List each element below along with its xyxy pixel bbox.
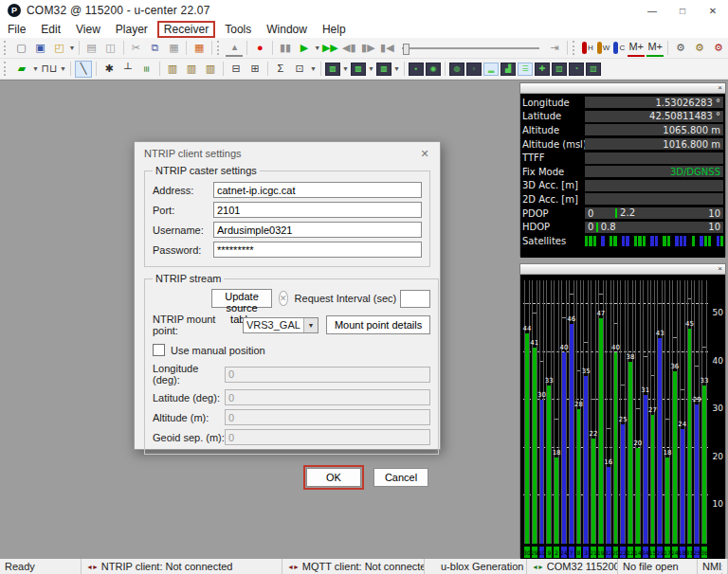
dropdown-caret-icon[interactable]: ▼ (367, 65, 375, 72)
deviation-map-icon[interactable]: ◉ (426, 63, 441, 76)
baudrate-icon[interactable]: ⊓⊔ (41, 61, 58, 78)
skip-start-icon[interactable]: ▮◀ (378, 40, 395, 57)
playback-slider[interactable] (402, 42, 538, 55)
print-icon[interactable]: ▤ (83, 40, 100, 57)
copy-icon[interactable]: ⧉ (146, 40, 163, 57)
google-earth-icon[interactable]: ◍ (449, 63, 464, 76)
bar-max-line (607, 428, 610, 429)
messages-view-icon[interactable]: ▨ (552, 63, 567, 76)
menu-item-receiver[interactable]: Receiver (157, 21, 215, 38)
menu-item-edit[interactable]: Edit (34, 22, 67, 37)
step-back-icon[interactable]: ◀▮ (340, 40, 357, 57)
hotstart-icon[interactable]: H (582, 42, 593, 54)
table-view-icon[interactable]: ☰ (518, 63, 533, 76)
flash-config-icon[interactable]: ▥ (183, 61, 200, 78)
satellite-block (659, 236, 662, 246)
coldstart-icon[interactable]: C (613, 42, 625, 54)
password-input[interactable] (213, 242, 422, 258)
altitude-label: Altitude (m): (153, 412, 225, 423)
debug-bug-icon[interactable]: ✱ (100, 61, 118, 78)
dropdown-caret-icon[interactable]: ▼ (341, 65, 350, 72)
dialog-close-icon[interactable]: ✕ (410, 148, 440, 160)
resize-grip-icon[interactable] (721, 565, 722, 574)
messages-window-icon[interactable]: ▦ (191, 40, 208, 57)
mount-point-details-button[interactable]: Mount point details (326, 315, 430, 334)
close-icon[interactable]: × (718, 265, 722, 273)
record-icon[interactable]: ● (251, 40, 268, 57)
menu-item-view[interactable]: View (69, 22, 107, 37)
step-forward-icon[interactable]: ▮▶ (359, 40, 376, 57)
docking-view-icon[interactable]: ✚ (535, 63, 550, 76)
satellite-id: 32 (606, 547, 611, 558)
antenna-icon[interactable]: ┴ (119, 61, 136, 78)
binary-console-icon[interactable]: ▧ (586, 63, 601, 76)
update-source-table-button[interactable]: Update source table (211, 289, 272, 308)
menu-item-window[interactable]: Window (260, 22, 314, 37)
play-icon[interactable]: ▶ (296, 40, 313, 57)
dropdown-caret-icon[interactable]: ▼ (314, 45, 320, 51)
dropdown-caret-icon[interactable]: ▼ (68, 45, 75, 51)
bar-max-line (688, 298, 692, 299)
pause-icon[interactable]: ▮▮ (277, 40, 294, 57)
firmware-update-icon[interactable]: ▥ (164, 61, 181, 78)
clock-view-icon[interactable]: ◔ (569, 63, 584, 76)
connect-receiver-icon[interactable]: ▰ (13, 61, 30, 78)
new-file-icon[interactable]: ▢ (12, 40, 29, 57)
configuration-red-icon[interactable]: ⚙ (710, 40, 727, 57)
close-button[interactable]: ✕ (698, 0, 728, 21)
maximize-button[interactable]: □ (667, 0, 698, 21)
packet-console-icon[interactable]: ⊡ (291, 61, 308, 78)
menu-item-tools[interactable]: Tools (218, 22, 258, 37)
configuration-file-icon[interactable]: ⚙ (691, 40, 708, 57)
receiver-configuration-icon[interactable]: ⚙ (672, 40, 689, 57)
paste-icon[interactable]: ▦ (165, 40, 182, 57)
longitude-input (225, 367, 430, 383)
use-manual-position-checkbox[interactable] (153, 344, 165, 356)
bar-chart-icon[interactable]: ▩ (376, 63, 391, 76)
status-text: MQTT client: Not connected (302, 561, 425, 572)
menu-item-player[interactable]: Player (109, 22, 155, 37)
open-folder-icon[interactable]: ◰ (50, 40, 67, 57)
address-input[interactable] (213, 182, 422, 198)
message-rate-minus-icon[interactable]: M+ (628, 40, 645, 57)
message-rate-plus-icon[interactable]: M+ (646, 40, 664, 57)
satellite-block (675, 236, 678, 246)
skip-end-icon[interactable]: ⇥ (546, 40, 563, 57)
port-input[interactable] (213, 202, 422, 218)
tune-sliders-icon[interactable]: ≡ (138, 61, 155, 78)
eject-icon[interactable]: ▴ (226, 40, 243, 57)
split-vertical-icon[interactable]: ⊞ (246, 61, 264, 78)
menu-item-help[interactable]: Help (316, 22, 353, 37)
ok-button[interactable]: OK (306, 468, 361, 487)
mount-point-select[interactable]: VRS3_GAL ▼ (243, 317, 318, 333)
map-chart-icon[interactable]: ▩ (325, 63, 340, 76)
dropdown-caret-icon[interactable]: ▼ (59, 65, 67, 72)
chart-view-icon[interactable]: ▂ (483, 63, 499, 76)
warmstart-icon[interactable]: W (597, 42, 610, 54)
dropdown-caret-icon[interactable]: ▼ (31, 65, 40, 72)
slider-knob[interactable] (403, 44, 410, 55)
chevron-down-icon[interactable]: ▼ (303, 318, 318, 332)
request-interval-input[interactable] (400, 290, 430, 308)
dropdown-caret-icon[interactable]: ▼ (309, 65, 318, 72)
line-chart-icon[interactable]: ▩ (351, 63, 366, 76)
histogram-view-icon[interactable]: ▟ (500, 63, 516, 76)
cut-icon[interactable]: ✂ (127, 40, 144, 57)
map-view-icon[interactable]: ▪ (409, 63, 424, 76)
menu-item-file[interactable]: File (1, 22, 32, 37)
minimize-button[interactable]: — (637, 0, 667, 21)
split-horizontal-icon[interactable]: ⊟ (228, 61, 245, 78)
statistics-sigma-icon[interactable]: Σ (272, 61, 289, 78)
print-preview-icon[interactable]: ◫ (102, 40, 119, 57)
cancel-request-icon[interactable]: ✕ (279, 291, 288, 306)
save-icon[interactable]: ▣ (31, 40, 48, 57)
fast-forward-icon[interactable]: ▶▶ (321, 40, 338, 57)
bar-value-label: 28 (574, 402, 584, 408)
autobaud-wand-icon[interactable]: ╲ (75, 61, 92, 78)
sky-view-icon[interactable]: ▫ (466, 63, 482, 76)
username-input[interactable] (213, 222, 422, 238)
clear-flash-icon[interactable]: ▥ (202, 61, 219, 78)
dropdown-caret-icon[interactable]: ▼ (392, 65, 401, 72)
close-icon[interactable]: × (718, 84, 722, 92)
cancel-button[interactable]: Cancel (373, 468, 428, 487)
